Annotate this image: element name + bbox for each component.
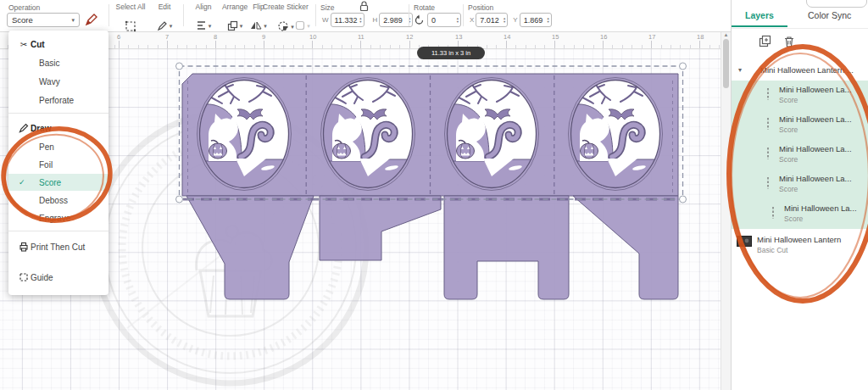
select-all-button[interactable]: Select All — [112, 3, 149, 36]
score-line-icon — [765, 176, 771, 190]
lock-icon[interactable] — [359, 1, 369, 11]
layer-row-basic-cut[interactable]: Mini Halloween Lantern ... Basic Cut — [732, 231, 868, 260]
ruler-number: 12 — [406, 33, 413, 41]
score-line-icon — [771, 206, 776, 220]
position-x-input[interactable]: 7.012▴▾ — [476, 13, 508, 27]
ruler-number: 14 — [504, 33, 510, 41]
rotate-icon — [414, 14, 425, 25]
edit-button[interactable]: Edit ▾ — [149, 3, 180, 35]
width-input[interactable]: 11.332▴▾ — [331, 13, 364, 27]
sticker-icon — [277, 20, 289, 32]
disabled-tool-button: ▾ — [292, 3, 314, 34]
menu-section-draw: Draw — [8, 120, 108, 136]
ruler-number: 11 — [358, 33, 364, 41]
scrollbar-up-icon[interactable]: ▲ — [721, 31, 731, 38]
stepper-icon[interactable]: ▴▾ — [457, 17, 459, 23]
printer-icon — [17, 242, 31, 252]
check-icon: ✓ — [19, 178, 25, 187]
layer-thumbnail — [737, 236, 752, 247]
canvas-scrollbar[interactable]: ▲ — [721, 31, 731, 390]
stepper-icon[interactable]: ▴▾ — [547, 17, 548, 23]
menu-item-pen[interactable]: Pen — [8, 138, 108, 155]
ruler-number: 13 — [455, 33, 462, 41]
tab-color-sync[interactable]: Color Sync — [808, 10, 851, 20]
layer-group-header[interactable]: ▾ Mini Halloween Lantern ... — [732, 59, 868, 80]
layer-row-score[interactable]: Mini Halloween La...Score — [732, 170, 868, 199]
duplicate-icon[interactable] — [759, 35, 772, 48]
score-line-icon — [765, 147, 771, 160]
active-tab-underline — [732, 25, 787, 27]
position-y-input[interactable]: 1.869▴▾ — [520, 13, 552, 27]
pencil-icon — [17, 123, 31, 133]
operation-label: Operation — [8, 3, 40, 12]
selection-handle-bottom-left[interactable] — [176, 196, 183, 203]
chevron-down-icon[interactable]: ▾ — [738, 66, 742, 74]
operation-menu: ✂Cut Basic Wavy Perforate Draw Pen Foil … — [8, 31, 108, 295]
menu-item-deboss[interactable]: Deboss — [8, 192, 108, 209]
edit-pencil-icon — [157, 20, 168, 31]
align-button[interactable]: Align ▾ — [186, 3, 220, 34]
ruler-number: 17 — [648, 33, 655, 41]
layer-row-score[interactable]: Mini Halloween La...Score — [732, 110, 868, 140]
y-axis-label: Y — [513, 16, 517, 24]
align-icon — [196, 20, 207, 31]
guide-frame-icon — [17, 272, 31, 282]
score-line-icon — [765, 117, 771, 131]
size-label: Size — [320, 3, 335, 12]
arrange-icon — [227, 20, 238, 31]
x-axis-label: X — [470, 16, 474, 24]
menu-item-print-then-cut[interactable]: Print Then Cut — [8, 238, 108, 255]
rotate-input[interactable]: 0▴▾ — [427, 13, 461, 27]
ruler-number: 18 — [697, 33, 704, 41]
layer-group-label: Mini Halloween Lantern ... — [760, 65, 854, 75]
menu-item-foil[interactable]: Foil — [8, 156, 108, 173]
menu-item-score-selected[interactable]: ✓Score — [8, 174, 108, 191]
height-axis-label: H — [373, 16, 378, 24]
width-axis-label: W — [322, 16, 329, 24]
selection-handle-top-right[interactable] — [680, 63, 687, 70]
menu-item-wavy[interactable]: Wavy — [8, 73, 108, 90]
chevron-down-icon: ▾ — [71, 17, 75, 23]
selection-handle-top-left[interactable] — [176, 63, 183, 70]
select-all-icon — [125, 20, 136, 32]
score-line-icon — [765, 87, 771, 101]
pencil-red-icon[interactable] — [85, 14, 97, 26]
stepper-icon[interactable]: ▴▾ — [504, 17, 505, 23]
stepper-icon[interactable]: ▴▾ — [359, 17, 361, 23]
menu-item-guide[interactable]: Guide — [8, 269, 108, 286]
menu-item-perforate[interactable]: Perforate — [8, 92, 108, 109]
trash-icon[interactable] — [782, 35, 796, 48]
ruler-number: 16 — [600, 33, 607, 41]
rotate-label: Rotate — [414, 3, 435, 12]
menu-section-cut: ✂Cut — [8, 36, 108, 53]
selection-size-tooltip: 11.33 in x 3 in — [417, 47, 485, 59]
top-toolbar: Operation Score▾ Select All Edit ▾ Align… — [0, 0, 731, 32]
layer-row-score[interactable]: Mini Halloween La...Score — [732, 140, 868, 170]
operation-select[interactable]: Score▾ — [7, 13, 80, 27]
app-window: 11.33 in x 3 in 6 7 8 9 10 11 12 13 14 1… — [0, 0, 868, 390]
scrollbar-thumb[interactable] — [723, 39, 729, 88]
selection-handle-bottom-right[interactable] — [680, 196, 687, 203]
layer-row-score[interactable]: Mini Halloween La...Score — [732, 199, 868, 229]
ruler-number: 15 — [552, 33, 559, 41]
menu-item-engrave[interactable]: Engrave — [8, 209, 108, 226]
scissors-icon: ✂ — [17, 40, 31, 49]
cropped-top-button[interactable] — [806, 0, 867, 8]
menu-item-basic[interactable]: Basic — [8, 54, 108, 71]
position-label: Position — [468, 3, 493, 12]
tab-layers[interactable]: Layers — [745, 10, 774, 20]
layer-row-score[interactable]: Mini Halloween La...Score — [732, 81, 868, 110]
layers-panel: Layers Color Sync ▾ Mini Halloween Lante… — [731, 0, 868, 390]
